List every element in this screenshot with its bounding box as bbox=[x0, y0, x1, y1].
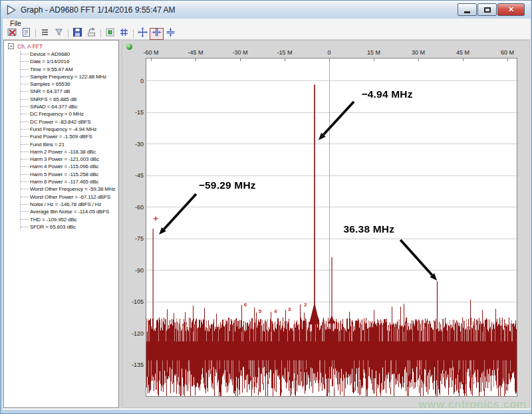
minimize-icon bbox=[464, 11, 470, 13]
tree-item[interactable]: Fund Power = -1.509 dBFS bbox=[21, 133, 118, 140]
x-axis-tick-label: -15 M bbox=[277, 49, 292, 56]
annotation-interleaving-spur: 36.38 MHz bbox=[343, 223, 394, 235]
split-vertical-icon bbox=[152, 27, 162, 40]
tree-item[interactable]: Harm 3 Power = -121.003 dBc bbox=[21, 155, 118, 163]
tree-item[interactable]: SNRFS = 65.885 dB bbox=[21, 96, 118, 103]
tree-item[interactable]: SFDR = 65.603 dBc bbox=[21, 223, 118, 231]
x-axis-tick-label: 45 M bbox=[456, 49, 469, 56]
annotation-fundamental: −4.94 MHz bbox=[362, 88, 413, 100]
collapse-expander-icon[interactable] bbox=[8, 43, 14, 49]
tree-item[interactable]: Harm 5 Power = -115.258 dBc bbox=[21, 171, 118, 178]
y-axis-tick-label: 0 bbox=[124, 78, 144, 84]
toolbar bbox=[3, 28, 531, 40]
watermark: www.cntronics.com bbox=[419, 398, 527, 411]
y-axis-tick-label: -105 bbox=[124, 298, 144, 305]
x-axis-tick-label: 30 M bbox=[412, 49, 425, 56]
y-axis-tick-label: -135 bbox=[124, 362, 144, 368]
fft-spectrum-canvas[interactable] bbox=[146, 58, 517, 396]
toolbar-separator bbox=[133, 29, 134, 38]
tree-item[interactable]: Samples = 65536 bbox=[21, 80, 118, 88]
split-horizontal-button[interactable] bbox=[164, 28, 178, 40]
tree-item[interactable]: SINAD = 64.377 dBc bbox=[21, 103, 118, 110]
y-axis-tick-label: -30 bbox=[124, 141, 144, 148]
window-controls: ✕ bbox=[458, 3, 525, 16]
save-icon bbox=[72, 27, 82, 40]
tree-item[interactable]: SNR = 64.377 dB bbox=[21, 88, 118, 95]
chart-panel: -60 M-45 M-30 M-15 M015 M30 M45 M60 M 0-… bbox=[122, 40, 530, 408]
y-axis-tick-label: -75 bbox=[124, 235, 144, 242]
clear-graph-icon bbox=[7, 27, 17, 40]
tree-item[interactable]: Harm 6 Power = -117.465 dBc bbox=[21, 178, 118, 185]
tree-item[interactable]: Sample Frequency = 122.88 MHz bbox=[21, 73, 118, 80]
y-axis-tick-label: -90 bbox=[124, 267, 144, 274]
client-area: File Ch. A FFT Device = AD9680Date = 1/1… bbox=[3, 19, 531, 410]
grid-icon bbox=[119, 27, 129, 40]
play-triangle-icon bbox=[6, 5, 17, 15]
x-axis-tick-label: 60 M bbox=[501, 49, 514, 56]
report-button[interactable] bbox=[19, 28, 33, 40]
y-axis-tick-label: -15 bbox=[124, 109, 144, 116]
y-axis-tick-label: -60 bbox=[124, 204, 144, 211]
x-axis-tick-label: -45 M bbox=[188, 49, 203, 56]
minimize-button[interactable] bbox=[458, 3, 477, 16]
clear-graph-button[interactable] bbox=[5, 28, 19, 40]
status-led-icon bbox=[126, 44, 132, 50]
save-button[interactable] bbox=[70, 28, 84, 40]
tree-item[interactable]: Fund Frequency = -4.94 MHz bbox=[21, 126, 118, 133]
tree-root-node[interactable]: Ch. A FFT bbox=[4, 43, 118, 50]
toolbar-separator bbox=[100, 29, 101, 38]
marker-color-button[interactable] bbox=[103, 28, 117, 40]
maximize-button[interactable] bbox=[477, 3, 497, 16]
x-axis-tick-label: -60 M bbox=[143, 49, 158, 56]
title-bar[interactable]: Graph - AD9680 FFT 1/14/2016 9:55:47 AM … bbox=[1, 1, 531, 19]
tree-item[interactable]: Date = 1/14/2016 bbox=[21, 58, 118, 65]
close-button[interactable]: ✕ bbox=[497, 3, 525, 16]
toolbar-separator bbox=[68, 29, 68, 38]
filter-icon bbox=[54, 27, 64, 40]
tree-item[interactable]: Fund Bins = 21 bbox=[21, 141, 118, 148]
menu-file[interactable]: File bbox=[7, 19, 24, 27]
menu-bar: File bbox=[3, 19, 531, 28]
plot-area[interactable] bbox=[146, 58, 517, 397]
tree-item[interactable]: THD = -109.952 dBc bbox=[21, 216, 118, 223]
list-icon bbox=[40, 27, 50, 40]
zoom-fit-icon bbox=[138, 27, 148, 40]
close-icon: ✕ bbox=[508, 6, 514, 13]
export-button[interactable] bbox=[84, 28, 98, 40]
tree-item[interactable]: Time = 9:55:47 AM bbox=[21, 66, 118, 73]
tree-root-label: Ch. A FFT bbox=[17, 43, 43, 50]
toggle-grid-button[interactable] bbox=[117, 28, 131, 40]
window-title: Graph - AD9680 FFT 1/14/2016 9:55:47 AM bbox=[21, 5, 176, 15]
tree-item[interactable]: Worst Other Power = -67.112 dBFS bbox=[21, 193, 118, 201]
legend-list-button[interactable] bbox=[38, 28, 52, 40]
x-axis-tick-label: 0 bbox=[327, 49, 331, 56]
tree-item[interactable]: Worst Other Frequency = -59.38 MHz bbox=[21, 185, 118, 193]
tree-item[interactable]: Harm 4 Power = -115.096 dBc bbox=[21, 163, 118, 170]
x-axis-tick-label: 15 M bbox=[367, 49, 380, 56]
y-axis-tick-label: -120 bbox=[124, 330, 144, 337]
x-axis-tick-label: -30 M bbox=[232, 49, 247, 56]
marker-color-icon bbox=[105, 27, 115, 40]
tree-item[interactable]: DC Power = -83.842 dBFS bbox=[21, 118, 118, 126]
tree-item[interactable]: Harm 2 Power = -118.38 dBc bbox=[21, 148, 118, 155]
annotation-worst-other-spur: −59.29 MHz bbox=[199, 179, 256, 191]
content-area: Ch. A FFT Device = AD9680Date = 1/14/201… bbox=[3, 40, 530, 408]
split-horizontal-icon bbox=[166, 27, 176, 40]
window: Graph - AD9680 FFT 1/14/2016 9:55:47 AM … bbox=[0, 0, 532, 414]
split-vertical-button[interactable] bbox=[150, 28, 164, 40]
export-icon bbox=[86, 27, 96, 40]
toolbar-separator bbox=[35, 29, 36, 38]
tree-items-list: Device = AD9680Date = 1/14/2016Time = 9:… bbox=[20, 51, 118, 231]
report-icon bbox=[21, 27, 31, 40]
maximize-icon bbox=[484, 7, 491, 13]
filter-button[interactable] bbox=[52, 28, 66, 40]
zoom-fit-button[interactable] bbox=[136, 28, 150, 40]
tree-item[interactable]: DC Frequency = 0 MHz bbox=[21, 110, 118, 118]
parameters-tree-panel: Ch. A FFT Device = AD9680Date = 1/14/201… bbox=[3, 40, 119, 408]
y-axis-tick-label: -45 bbox=[124, 172, 144, 179]
tree-item[interactable]: Noise / Hz = -146.78 dBFS / Hz bbox=[21, 201, 118, 208]
tree-item[interactable]: Average Bin Noise = -114.05 dBFS bbox=[21, 208, 118, 215]
tree-item[interactable]: Device = AD9680 bbox=[21, 51, 118, 58]
